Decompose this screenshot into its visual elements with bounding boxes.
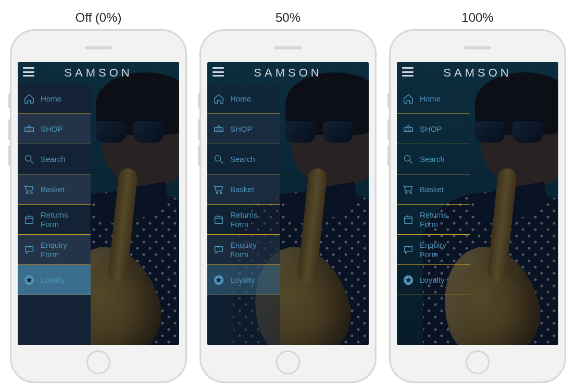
hamburger-menu-icon[interactable] [23, 67, 34, 77]
svg-point-9 [216, 192, 218, 193]
nav-item-home[interactable]: Home [18, 84, 91, 114]
svg-text:”: ” [218, 247, 219, 250]
nav-item-label: SHOP [41, 124, 63, 133]
svg-point-8 [215, 155, 221, 161]
nav-item-label: Home [420, 94, 441, 103]
phone-caption: 100% [461, 10, 493, 25]
nav-item-label: Search [41, 155, 66, 163]
cart-icon [212, 183, 225, 196]
brand-title: SAMSON [64, 66, 132, 80]
drawer-spacer [18, 295, 91, 345]
speech-bubble-icon: ” [402, 244, 415, 256]
phone-side-button [8, 119, 10, 140]
svg-point-10 [220, 192, 222, 193]
phone-side-button [8, 145, 10, 166]
speech-bubble-icon: ” [23, 244, 35, 256]
nav-item-label: Returns Form [230, 210, 275, 229]
nav-item-label: SHOP [420, 124, 442, 133]
nav-item-shop[interactable]: OPEN SHOP [397, 114, 470, 144]
star-circle-icon [212, 274, 225, 286]
svg-point-1 [26, 155, 31, 161]
svg-point-17 [410, 192, 411, 193]
nav-item-enquiry[interactable]: ” Enquiry Form [397, 235, 470, 265]
phone-side-button [387, 93, 390, 108]
hamburger-menu-icon[interactable] [402, 67, 414, 77]
nav-item-shop[interactable]: OPEN SHOP [207, 114, 280, 144]
nav-item-loyalty[interactable]: Loyalty [207, 265, 280, 295]
svg-text:”: ” [29, 247, 30, 250]
phone-side-button [198, 93, 200, 108]
svg-text:”: ” [408, 247, 409, 250]
nav-item-label: Basket [41, 185, 65, 194]
nav-item-basket[interactable]: Basket [397, 174, 470, 205]
nav-item-loyalty[interactable]: Loyalty [18, 265, 91, 295]
nav-item-basket[interactable]: Basket [207, 174, 280, 205]
nav-item-enquiry[interactable]: ” Enquiry Form [207, 235, 280, 265]
star-circle-icon [23, 274, 35, 286]
nav-item-home[interactable]: Home [397, 84, 470, 114]
app-screen: SAMSON Home OPEN SHOP Search [18, 62, 179, 345]
package-return-icon [23, 213, 35, 226]
app-header: SAMSON [397, 62, 558, 84]
package-return-icon [402, 213, 415, 226]
nav-item-label: Returns Form [41, 210, 85, 229]
nav-item-label: Home [41, 94, 61, 103]
drawer-spacer [207, 295, 280, 345]
hamburger-menu-icon[interactable] [212, 67, 224, 77]
package-return-icon [212, 213, 225, 226]
nav-item-returns[interactable]: Returns Form [18, 205, 91, 235]
brand-title: SAMSON [254, 66, 322, 80]
phone-home-button[interactable] [466, 350, 490, 374]
nav-item-shop[interactable]: OPEN SHOP [18, 114, 91, 144]
phone-caption: Off (0%) [76, 10, 122, 25]
star-circle-icon [402, 274, 415, 286]
nav-item-enquiry[interactable]: ” Enquiry Form [18, 235, 91, 265]
nav-item-basket[interactable]: Basket [18, 174, 91, 205]
phone-demo-100: 100% SAMSON Home [389, 10, 566, 383]
phone-frame: SAMSON Home OPEN SHOP Search [389, 29, 566, 383]
nav-item-search[interactable]: Search [18, 144, 91, 174]
nav-item-returns[interactable]: Returns Form [397, 205, 470, 235]
phone-side-button [387, 119, 390, 140]
svg-point-3 [31, 192, 32, 193]
nav-item-label: Loyalty [41, 275, 66, 284]
nav-item-search[interactable]: Search [397, 144, 470, 174]
phone-frame: SAMSON Home OPEN SHOP Search [10, 29, 187, 383]
svg-rect-18 [405, 217, 412, 223]
svg-point-16 [406, 192, 407, 193]
phone-home-button[interactable] [276, 350, 300, 374]
nav-item-label: Loyalty [230, 275, 255, 284]
phone-demo-0: Off (0%) SAMSON Home [10, 10, 187, 383]
nav-item-loyalty[interactable]: Loyalty [397, 265, 470, 295]
nav-item-returns[interactable]: Returns Form [207, 205, 280, 235]
nav-item-label: Search [230, 155, 255, 163]
svg-text:OPEN: OPEN [26, 128, 33, 131]
svg-point-15 [405, 155, 410, 161]
nav-drawer: Home OPEN SHOP Search Basket [18, 84, 91, 345]
nav-item-label: Search [420, 155, 445, 163]
home-icon [402, 93, 415, 105]
nav-item-label: Basket [230, 185, 254, 194]
shop-sign-icon: OPEN [212, 123, 225, 135]
phone-frame: SAMSON Home OPEN SHOP Search [199, 29, 377, 383]
svg-text:OPEN: OPEN [216, 128, 222, 131]
svg-rect-4 [26, 217, 33, 223]
nav-item-label: Enquiry Form [420, 241, 465, 259]
nav-item-search[interactable]: Search [207, 144, 280, 174]
nav-item-label: Enquiry Form [230, 241, 275, 259]
phone-home-button[interactable] [86, 350, 110, 374]
cart-icon [402, 183, 415, 196]
search-icon [23, 153, 35, 166]
nav-item-home[interactable]: Home [207, 84, 280, 114]
shop-sign-icon: OPEN [23, 123, 35, 135]
phone-side-button [198, 119, 200, 140]
speech-bubble-icon: ” [212, 244, 225, 256]
home-icon [23, 93, 35, 105]
phone-side-button [387, 145, 390, 166]
search-icon [402, 153, 415, 166]
phone-speaker [85, 46, 112, 49]
svg-text:OPEN: OPEN [405, 128, 412, 131]
nav-item-label: Loyalty [420, 275, 445, 284]
phone-speaker [464, 46, 491, 49]
svg-point-2 [27, 192, 28, 193]
